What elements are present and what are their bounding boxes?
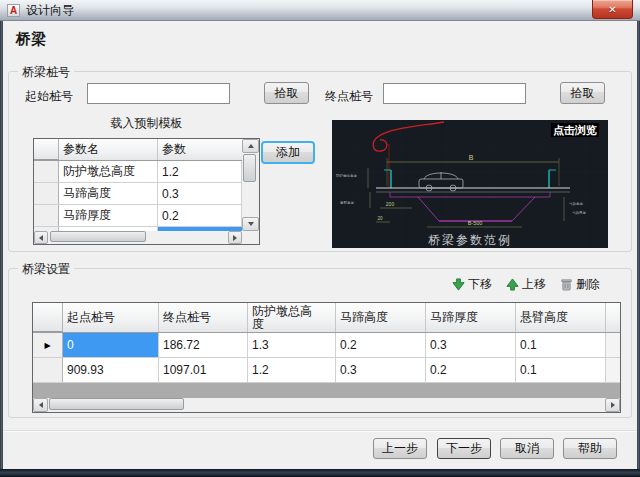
table-row: 防护墩总高度 1.2: [34, 161, 259, 183]
scroll-up-arrow[interactable]: [242, 139, 259, 153]
column-header[interactable]: 参数: [158, 139, 242, 160]
row-header-cell[interactable]: [34, 205, 59, 226]
scroll-track[interactable]: [48, 398, 605, 412]
column-header[interactable]: 悬臂高度: [516, 303, 606, 332]
column-header[interactable]: 终点桩号: [159, 303, 248, 332]
footer-separator: [3, 430, 637, 432]
param-value-cell[interactable]: 0.3: [158, 183, 242, 204]
dim-b500-label: B-500: [468, 220, 483, 226]
bridge-diagram: B 200: [332, 120, 608, 248]
table-row: ▶ 0 186.72 1.3 0.2 0.3 0.1: [33, 333, 620, 358]
cell[interactable]: 0.2: [426, 358, 516, 382]
column-header[interactable]: 起点桩号: [63, 303, 159, 332]
annotation-label: 马蹄厚度: [572, 210, 587, 215]
close-icon: ✕: [608, 4, 616, 15]
delete-label: 删除: [576, 276, 600, 293]
end-station-input[interactable]: [383, 83, 526, 104]
pick-start-button[interactable]: 拾取: [264, 82, 309, 104]
preview-caption: 桥梁参数范例: [428, 233, 512, 247]
scroll-track[interactable]: [242, 153, 259, 217]
scroll-thumb[interactable]: [50, 231, 146, 242]
param-value-cell[interactable]: 0.2: [158, 205, 242, 226]
cell[interactable]: 0.1: [516, 358, 606, 382]
current-row-header[interactable]: ▶: [33, 333, 63, 357]
annotation-label: 悬臂高度: [339, 200, 355, 205]
scroll-thumb[interactable]: [243, 154, 256, 182]
h-scrollbar[interactable]: [33, 398, 620, 412]
table-row: 909.93 1097.01 1.2 0.3 0.2 0.1: [33, 358, 620, 383]
cell[interactable]: 1097.01: [159, 358, 248, 382]
column-header[interactable]: 参数名: [59, 139, 158, 160]
move-up-icon: [506, 278, 519, 291]
annotation-label: 防护墩总高度: [336, 173, 358, 178]
previous-step-button[interactable]: 上一步: [373, 438, 427, 459]
cell[interactable]: 0.3: [336, 358, 426, 382]
param-value-cell[interactable]: 1.2: [158, 161, 242, 182]
title-bar[interactable]: A 设计向导 ✕: [0, 0, 640, 21]
scroll-right-arrow[interactable]: [228, 231, 242, 244]
move-up-label: 上移: [522, 276, 546, 293]
next-step-button[interactable]: 下一步: [437, 438, 491, 459]
param-name-cell[interactable]: 马蹄厚度: [59, 205, 158, 226]
cancel-button[interactable]: 取消: [500, 438, 554, 459]
pick-end-button[interactable]: 拾取: [560, 82, 605, 104]
selected-cell[interactable]: 0: [63, 333, 159, 357]
settings-group-title: 桥梁设置: [18, 261, 74, 278]
dim-b-label: B: [469, 154, 474, 161]
annotation-label: 马蹄高度: [569, 202, 584, 206]
cell[interactable]: 0.1: [516, 333, 606, 357]
scroll-down-arrow[interactable]: [242, 217, 259, 231]
move-up-button[interactable]: 上移: [506, 276, 546, 293]
add-button[interactable]: 添加: [261, 141, 315, 164]
cell[interactable]: 0.2: [336, 333, 426, 357]
corner-header-cell[interactable]: [33, 303, 63, 332]
move-down-label: 下移: [468, 276, 492, 293]
bridge-settings-table: 起点桩号 终点桩号 防护墩总高度 马蹄高度 马蹄厚度 悬臂高度 ▶ 0 186.…: [32, 302, 621, 413]
scroll-right-arrow[interactable]: [605, 398, 620, 412]
current-row-marker-icon: ▶: [44, 341, 50, 350]
close-button[interactable]: ✕: [592, 0, 633, 19]
dim-20-label: 20: [377, 216, 383, 221]
app-icon: A: [7, 4, 20, 17]
row-header-cell[interactable]: [34, 183, 59, 204]
column-header[interactable]: 马蹄高度: [336, 303, 426, 332]
cell[interactable]: 1.2: [248, 358, 336, 382]
h-scrollbar[interactable]: [34, 231, 242, 244]
row-header-cell[interactable]: [34, 161, 59, 182]
delete-button[interactable]: 删除: [560, 276, 600, 293]
cell[interactable]: 186.72: [159, 333, 248, 357]
scroll-left-arrow[interactable]: [34, 231, 48, 244]
table-row: 马蹄高度 0.3: [34, 183, 259, 205]
scroll-track[interactable]: [48, 231, 228, 244]
move-down-icon: [452, 278, 465, 291]
template-parameter-table: 参数名 参数 防护墩总高度 1.2 马蹄高度 0.3 马蹄厚度 0.2: [33, 138, 260, 245]
cell[interactable]: 0.3: [426, 333, 516, 357]
corner-header-cell[interactable]: [34, 139, 59, 160]
param-name-cell[interactable]: 防护墩总高度: [59, 161, 158, 182]
bridge-preview-image[interactable]: B 200: [332, 120, 608, 248]
cell[interactable]: 909.93: [63, 358, 159, 382]
grid-toolbar: 下移 上移 删除: [452, 276, 600, 293]
click-to-browse-label[interactable]: 点击浏览: [551, 123, 599, 137]
dim-200-label: 200: [386, 201, 395, 207]
row-header-cell[interactable]: [33, 358, 63, 382]
help-button[interactable]: 帮助: [563, 438, 617, 459]
design-wizard-dialog: A 设计向导 ✕ 桥梁 桥梁桩号 起始桩号 拾取 终点桩号 拾取 载入预制模板 …: [0, 0, 640, 477]
scroll-left-arrow[interactable]: [33, 398, 48, 412]
start-station-input[interactable]: [87, 83, 230, 104]
window-border-bottom: [0, 469, 640, 477]
column-header[interactable]: 马蹄厚度: [426, 303, 516, 332]
column-header[interactable]: 防护墩总高度: [252, 305, 316, 331]
start-station-label: 起始桩号: [25, 88, 73, 105]
end-station-label: 终点桩号: [325, 88, 373, 105]
page-title: 桥梁: [16, 30, 46, 49]
param-name-cell[interactable]: 马蹄高度: [59, 183, 158, 204]
grid-empty-area: [33, 383, 620, 398]
cell[interactable]: 1.3: [248, 333, 336, 357]
scroll-thumb[interactable]: [49, 398, 184, 410]
station-group-title: 桥梁桩号: [18, 64, 74, 81]
load-template-label: 载入预制模板: [33, 115, 260, 132]
table-row: 马蹄厚度 0.2: [34, 205, 259, 227]
move-down-button[interactable]: 下移: [452, 276, 492, 293]
v-scrollbar[interactable]: [242, 139, 259, 231]
